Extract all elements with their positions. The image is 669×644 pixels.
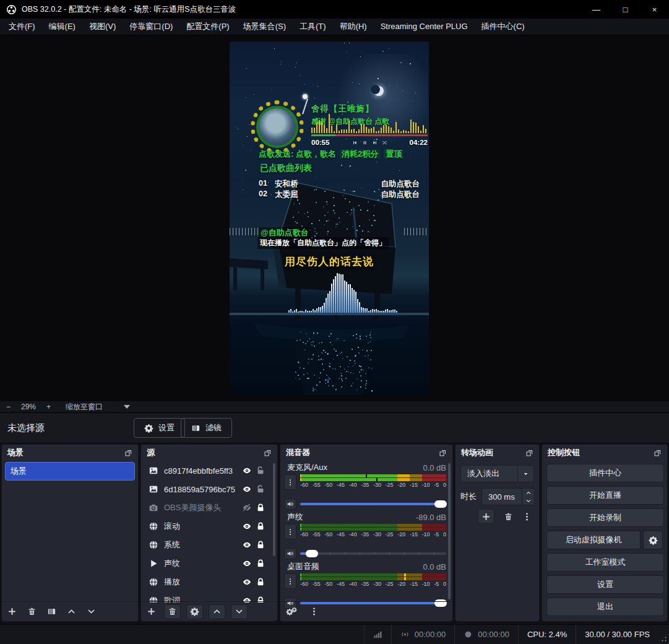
unlock-icon[interactable] xyxy=(254,484,267,494)
menu-item[interactable]: 停靠窗口(D) xyxy=(123,19,179,35)
menu-bar: 文件(F)编辑(E)视图(V)停靠窗口(D)配置文件(P)场景集合(S)工具(T… xyxy=(0,19,669,35)
settings-button[interactable]: 设置 xyxy=(546,575,664,594)
source-row[interactable]: 播放 xyxy=(141,573,277,591)
menu-item[interactable]: 编辑(E) xyxy=(42,19,82,35)
start-streaming-button[interactable]: 开始直播 xyxy=(546,486,664,505)
remove-source-button[interactable] xyxy=(164,604,181,619)
visibility-eye-icon[interactable] xyxy=(240,559,254,568)
channel-name: 声纹 xyxy=(287,511,303,523)
duration-increase-button[interactable] xyxy=(522,489,534,497)
channel-menu-button[interactable] xyxy=(284,573,296,589)
remove-scene-icon[interactable] xyxy=(27,607,37,616)
lock-icon[interactable] xyxy=(254,540,267,550)
popout-icon[interactable] xyxy=(439,449,447,457)
peak-marker xyxy=(366,474,367,477)
remove-transition-icon[interactable] xyxy=(504,512,513,521)
transition-select[interactable]: 淡入淡出 xyxy=(460,465,534,482)
source-filters-button[interactable]: 滤镜 xyxy=(181,418,232,438)
virtual-camera-button[interactable]: 启动虚拟摄像机 xyxy=(546,531,641,549)
source-row[interactable]: 滚动 xyxy=(141,517,277,536)
lock-icon[interactable] xyxy=(254,503,267,513)
mute-speaker-button[interactable] xyxy=(284,548,296,559)
stream-health-cell xyxy=(364,625,391,644)
add-scene-icon[interactable] xyxy=(7,607,17,616)
virtual-camera-config-button[interactable] xyxy=(643,531,663,549)
popout-icon[interactable] xyxy=(654,449,662,457)
volume-slider[interactable] xyxy=(300,499,446,509)
slider-handle[interactable] xyxy=(434,500,447,508)
sources-title: 源 xyxy=(147,447,155,458)
order-hint-text: 点歌发送: 点歌，歌名 xyxy=(259,149,336,159)
maximize-button[interactable]: □ xyxy=(611,0,640,19)
exit-button[interactable]: 退出 xyxy=(546,598,664,616)
lock-icon[interactable] xyxy=(254,559,267,568)
sources-scrollbar[interactable] xyxy=(273,463,275,556)
waterline xyxy=(230,313,429,315)
visibility-eye-icon[interactable] xyxy=(240,466,254,476)
add-source-icon[interactable] xyxy=(147,607,156,616)
menu-item[interactable]: 配置文件(P) xyxy=(179,19,236,35)
source-row[interactable]: 系统 xyxy=(141,536,277,554)
minimize-button[interactable]: — xyxy=(582,0,611,19)
unlock-icon[interactable] xyxy=(254,466,267,476)
move-source-down-button[interactable] xyxy=(231,604,248,619)
menu-item[interactable]: 插件中心(C) xyxy=(475,19,532,35)
scene-filters-icon[interactable] xyxy=(47,607,56,616)
lock-icon[interactable] xyxy=(254,521,267,531)
menu-item[interactable]: Streaming Center PLUG xyxy=(374,19,475,35)
zoom-out-button[interactable]: − xyxy=(0,402,17,411)
move-scene-down-icon[interactable] xyxy=(87,607,96,616)
channel-menu-button[interactable] xyxy=(284,474,296,490)
scene-item-selected[interactable]: 场景 xyxy=(5,462,135,481)
menu-item[interactable]: 帮助(H) xyxy=(333,19,374,35)
move-scene-up-icon[interactable] xyxy=(67,607,76,616)
advanced-audio-gears-icon[interactable] xyxy=(286,608,297,616)
transition-dropdown-arrow[interactable] xyxy=(517,466,533,482)
slider-handle[interactable] xyxy=(306,550,318,557)
popout-icon[interactable] xyxy=(525,449,533,457)
visibility-eye-icon[interactable] xyxy=(240,540,254,550)
mixer-menu-kebab-icon[interactable] xyxy=(309,607,319,616)
preview-area[interactable]: 舍得【王唯旖】 感谢 @自助点歌台 点歌 00:55 04:22 点歌发送: 点… xyxy=(0,35,669,401)
menu-item[interactable]: 场景集合(S) xyxy=(236,19,293,35)
popout-icon[interactable] xyxy=(124,449,132,457)
visibility-eye-icon[interactable] xyxy=(240,521,254,531)
duration-decrease-button[interactable] xyxy=(522,497,534,505)
plugin-center-button[interactable]: 插件中心 xyxy=(546,464,664,482)
mixer-scrollbar[interactable] xyxy=(448,463,451,599)
source-row[interactable]: c8917f4ebbfbfe5ff3 xyxy=(141,461,277,480)
playlist-requester: 自助点歌台 xyxy=(381,189,420,200)
volume-meter: -60-55-50-45-40-35-30-25-20-15-10-50 xyxy=(300,573,446,588)
start-recording-button[interactable]: 开始录制 xyxy=(546,508,664,527)
zoom-fit-label[interactable]: 缩放至窗口 xyxy=(66,402,103,412)
source-properties-gear-button[interactable] xyxy=(186,604,203,619)
visibility-eye-off-icon[interactable] xyxy=(240,503,254,513)
duration-spinbox[interactable]: 300 ms xyxy=(481,488,535,505)
zoom-in-button[interactable]: + xyxy=(40,402,57,411)
spectrum-top xyxy=(311,113,428,133)
visibility-eye-icon[interactable] xyxy=(240,577,254,587)
volume-slider[interactable] xyxy=(300,549,446,559)
duration-label: 时长 xyxy=(460,491,477,502)
menu-item[interactable]: 文件(F) xyxy=(2,19,42,35)
zoom-dropdown-arrow[interactable] xyxy=(124,405,130,409)
channel-menu-button[interactable] xyxy=(284,524,296,539)
menu-item[interactable]: 视图(V) xyxy=(82,19,123,35)
source-properties-button[interactable]: 设置 xyxy=(134,418,185,438)
lock-icon[interactable] xyxy=(254,577,267,587)
menu-item[interactable]: 工具(T) xyxy=(293,19,333,35)
filter-icon xyxy=(191,424,201,433)
order-pin-tag: 置顶 xyxy=(384,149,404,159)
popout-icon[interactable] xyxy=(264,449,272,457)
source-row[interactable]: OBS美颜摄像头 xyxy=(141,498,277,517)
move-source-up-button[interactable] xyxy=(209,604,225,619)
close-button[interactable]: × xyxy=(640,0,669,19)
source-row[interactable]: 6d18859a5796bc75 xyxy=(141,480,277,498)
add-transition-button[interactable] xyxy=(478,509,494,524)
resize-grip[interactable] xyxy=(658,633,667,642)
transition-menu-kebab-icon[interactable] xyxy=(522,512,532,521)
visibility-eye-icon[interactable] xyxy=(240,484,254,494)
source-row[interactable]: 声纹 xyxy=(141,554,277,573)
studio-mode-button[interactable]: 工作室模式 xyxy=(546,553,664,572)
mute-speaker-button[interactable] xyxy=(284,498,296,510)
